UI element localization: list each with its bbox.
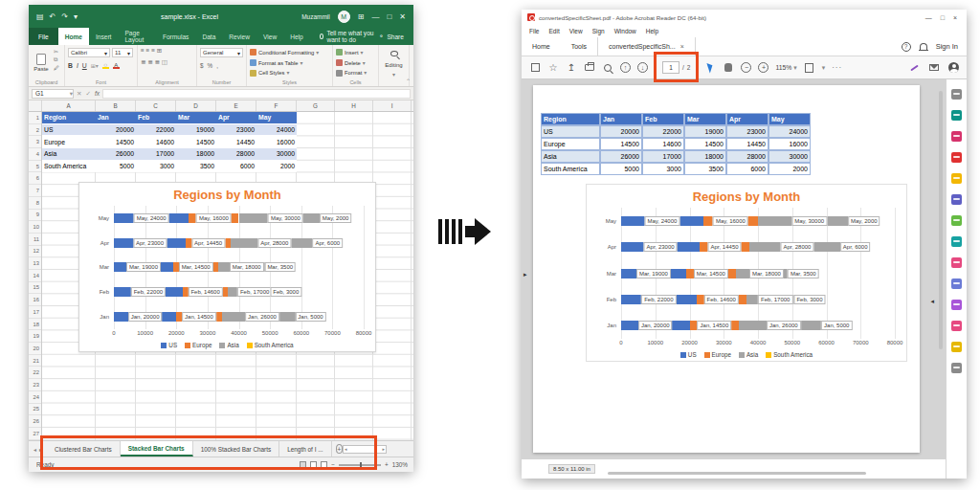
font-name-select[interactable]: Calibri▾ xyxy=(68,48,110,57)
format-as-table-button[interactable]: Format as Table▾ xyxy=(250,58,329,68)
row-header-20[interactable]: 20 xyxy=(29,343,41,355)
column-header-B[interactable]: B xyxy=(96,100,136,111)
scroll-right-icon[interactable]: ▸ xyxy=(382,446,385,452)
align-bottom-icons[interactable]: ≣ ≣ ≣ ◫ xyxy=(141,59,193,65)
paste-button[interactable]: Paste xyxy=(32,48,51,78)
horizontal-scrollbar[interactable] xyxy=(608,472,866,475)
row-header-14[interactable]: 14 xyxy=(29,270,41,282)
zoom-in-icon[interactable]: + xyxy=(758,62,768,73)
row-header-11[interactable]: 11 xyxy=(29,234,41,246)
more-tools-icon[interactable] xyxy=(951,342,962,352)
tools-pane-toggle-icon[interactable]: ◂ xyxy=(930,298,934,305)
italic-button[interactable]: I xyxy=(77,62,78,69)
align-top-icons[interactable]: ≡ ≡ ≡ ⊞ xyxy=(141,48,193,54)
table-cell[interactable]: 22000 xyxy=(136,124,176,137)
protect-icon[interactable] xyxy=(951,278,962,289)
notifications-bell-icon[interactable] xyxy=(920,43,927,50)
table-cell[interactable]: 3000 xyxy=(136,161,176,173)
tab-tools[interactable]: Tools xyxy=(561,37,597,56)
collapse-ribbon-icon[interactable]: ⌃ xyxy=(406,78,411,84)
redo-icon[interactable]: ↷ xyxy=(61,12,68,21)
stamp-icon[interactable] xyxy=(951,300,962,310)
copy-icon[interactable]: ⧉ xyxy=(54,56,59,63)
zoom-out-icon[interactable]: − xyxy=(741,62,751,73)
comma-format-button[interactable]: , xyxy=(216,62,218,69)
fit-options-dropdown[interactable]: ▾ xyxy=(822,64,825,72)
more-tools-icon[interactable]: ··· xyxy=(832,63,842,72)
table-cell[interactable]: 23000 xyxy=(216,124,256,137)
maximize-button[interactable]: □ xyxy=(941,14,945,21)
tell-me-box[interactable]: Tell me what you want to do xyxy=(320,28,379,45)
share-button[interactable]: ⚬ Share xyxy=(379,28,413,45)
search-tools-icon[interactable] xyxy=(951,89,962,100)
row-header-9[interactable]: 9 xyxy=(29,210,41,222)
conditional-formatting-button[interactable]: Conditional Formatting▾ xyxy=(250,48,329,57)
help-icon[interactable]: ? xyxy=(902,42,911,52)
menu-window[interactable]: Window xyxy=(614,28,636,34)
table-cell[interactable]: 14600 xyxy=(136,136,176,148)
row-header-21[interactable]: 21 xyxy=(29,355,41,368)
select-cursor-icon[interactable] xyxy=(706,61,714,73)
formula-input[interactable] xyxy=(102,89,411,99)
zoom-level-select[interactable]: 115%▾ xyxy=(775,64,796,72)
ribbon-tab-view[interactable]: View xyxy=(256,28,283,45)
column-header-C[interactable]: C xyxy=(136,100,176,111)
row-header-4[interactable]: 4 xyxy=(29,148,41,161)
table-cell[interactable]: 30000 xyxy=(256,148,297,161)
fit-page-icon[interactable] xyxy=(805,63,813,73)
table-header-cell[interactable]: Mar xyxy=(176,112,216,124)
format-painter-icon[interactable]: 🖉 xyxy=(54,65,59,71)
excel-chart[interactable]: Regions by MonthMayMay, 24000May, 16000M… xyxy=(78,182,376,352)
table-header-cell[interactable]: Apr xyxy=(216,112,256,124)
menu-view[interactable]: View xyxy=(569,28,583,34)
row-header-7[interactable]: 7 xyxy=(29,185,41,197)
table-cell[interactable]: 20000 xyxy=(96,124,136,137)
row-header-3[interactable]: 3 xyxy=(29,136,41,148)
select-all-corner[interactable] xyxy=(29,100,42,111)
ribbon-tab-page-layout[interactable]: Page Layout xyxy=(118,28,155,45)
ribbon-tab-help[interactable]: Help xyxy=(283,28,310,45)
search-icon[interactable] xyxy=(604,64,612,72)
fill-sign-icon[interactable] xyxy=(951,257,962,268)
row-header-12[interactable]: 12 xyxy=(29,246,41,258)
accounting-format-button[interactable]: $ xyxy=(200,62,204,69)
table-cell[interactable]: 3500 xyxy=(176,161,216,173)
navigation-pane-toggle-icon[interactable]: ▸ xyxy=(523,271,527,278)
font-color-button[interactable]: A xyxy=(113,62,120,69)
sign-in-button[interactable]: Sign In xyxy=(936,42,958,51)
row-header-10[interactable]: 10 xyxy=(29,221,41,234)
column-header-H[interactable]: H xyxy=(335,100,373,111)
row-header-19[interactable]: 19 xyxy=(29,330,41,343)
share-upload-icon[interactable]: ↥ xyxy=(566,62,577,74)
close-tab-icon[interactable]: × xyxy=(680,43,684,50)
table-cell[interactable]: 24000 xyxy=(256,124,297,137)
row-header-16[interactable]: 16 xyxy=(29,294,41,306)
table-cell[interactable]: 14500 xyxy=(176,136,216,148)
table-cell[interactable]: 19000 xyxy=(176,124,216,137)
table-cell[interactable]: 26000 xyxy=(96,148,136,161)
tab-home[interactable]: Home xyxy=(522,37,561,56)
column-header-D[interactable]: D xyxy=(176,100,216,111)
fill-color-button[interactable]: ◌ xyxy=(102,62,109,69)
row-header-1[interactable]: 1 xyxy=(29,112,41,124)
column-header-E[interactable]: E xyxy=(216,100,256,111)
table-header-cell[interactable]: Feb xyxy=(136,112,176,124)
menu-sign[interactable]: Sign xyxy=(592,28,605,34)
sign-pen-icon[interactable] xyxy=(910,64,919,71)
combine-files-icon[interactable] xyxy=(951,194,962,205)
ribbon-tab-file[interactable]: File xyxy=(29,28,58,45)
table-cell[interactable]: 17000 xyxy=(136,148,176,161)
table-header-cell[interactable]: Jan xyxy=(96,112,136,124)
table-cell[interactable]: Asia xyxy=(42,148,96,161)
sheet-nav-left-icon[interactable]: ◂ xyxy=(33,446,36,453)
table-cell[interactable]: 16000 xyxy=(256,136,297,148)
maximize-button[interactable]: □ xyxy=(387,12,391,21)
table-cell[interactable]: 14450 xyxy=(216,136,256,148)
table-header-cell[interactable]: May xyxy=(256,112,297,124)
menu-edit[interactable]: Edit xyxy=(548,28,559,34)
row-header-2[interactable]: 2 xyxy=(29,124,41,137)
column-header-A[interactable]: A xyxy=(42,100,96,111)
insert-cells-button[interactable]: Insert▾ xyxy=(336,48,375,57)
previous-page-icon[interactable]: ↑ xyxy=(620,62,631,73)
zoom-percentage[interactable]: 130% xyxy=(392,461,408,468)
